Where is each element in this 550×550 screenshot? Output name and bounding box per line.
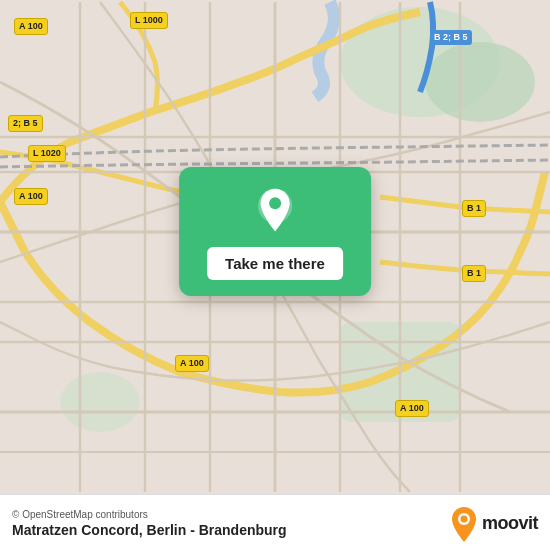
moovit-brand-text: moovit	[482, 513, 538, 534]
take-me-there-button[interactable]: Take me there	[207, 247, 343, 280]
svg-point-4	[60, 372, 140, 432]
road-badge-l1020: L 1020	[28, 145, 66, 162]
road-badge-b1-mr: B 1	[462, 200, 486, 217]
location-name: Matratzen Concord, Berlin - Brandenburg	[12, 522, 287, 538]
svg-point-20	[269, 197, 281, 209]
map-area: A 100 L 1000 B 2; B 5 L 1020 A 100 B 1 B…	[0, 0, 550, 494]
bottom-bar: © OpenStreetMap contributors Matratzen C…	[0, 494, 550, 550]
osm-attribution: © OpenStreetMap contributors	[12, 509, 287, 520]
map-pin-icon	[251, 187, 299, 235]
moovit-logo: moovit	[450, 506, 538, 542]
road-badge-a100-br: A 100	[395, 400, 429, 417]
road-badge-a100-bm: A 100	[175, 355, 209, 372]
road-badge-b2b5: B 2; B 5	[430, 30, 472, 45]
road-badge-2b5-l: 2; B 5	[8, 115, 43, 132]
moovit-pin-icon	[450, 506, 478, 542]
svg-point-2	[425, 42, 535, 122]
location-info: © OpenStreetMap contributors Matratzen C…	[12, 509, 287, 538]
road-badge-l1000: L 1000	[130, 12, 168, 29]
svg-point-22	[460, 515, 467, 522]
app-container: A 100 L 1000 B 2; B 5 L 1020 A 100 B 1 B…	[0, 0, 550, 550]
road-badge-a100-ml: A 100	[14, 188, 48, 205]
road-badge-a100-tl: A 100	[14, 18, 48, 35]
road-badge-b1-br: B 1	[462, 265, 486, 282]
location-card: Take me there	[179, 167, 371, 296]
